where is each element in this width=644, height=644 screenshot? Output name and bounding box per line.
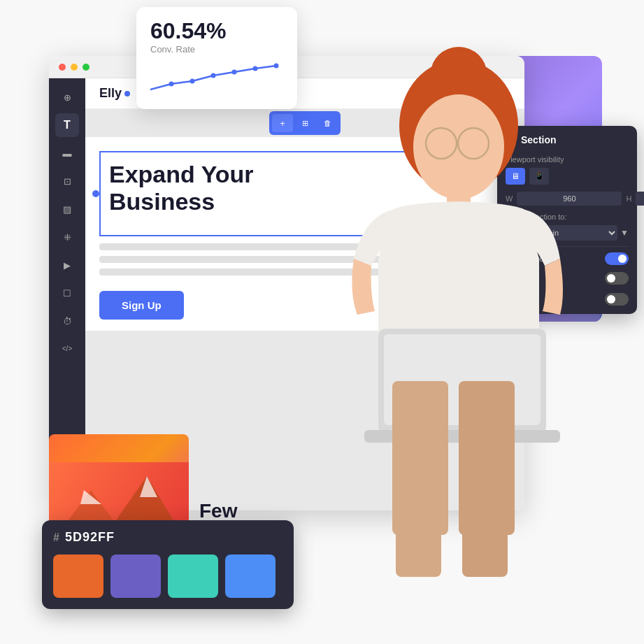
svg-point-4 (253, 66, 258, 71)
toolbar-text[interactable]: T (55, 113, 79, 137)
svg-point-2 (211, 73, 216, 78)
code-icon: </> (62, 345, 72, 352)
toggle-2[interactable] (605, 272, 629, 285)
toolbar-layers[interactable]: ⁜ (55, 225, 79, 249)
height-label: H (626, 194, 631, 203)
few-line: Few (199, 499, 237, 523)
svg-point-1 (190, 79, 195, 84)
layers-icon: ⁜ (64, 233, 71, 242)
brand-name: Elly (99, 86, 122, 101)
toolbar-layout[interactable]: ▬ (55, 141, 79, 165)
color-palette-card: # 5D92FF (42, 520, 294, 609)
tool-add[interactable]: + (272, 114, 293, 132)
signup-button[interactable]: Sign Up (99, 291, 184, 320)
background-toggle[interactable] (605, 252, 629, 265)
toolbar-crop[interactable]: ⊡ (55, 169, 79, 193)
frame-icon: ☐ (63, 289, 71, 298)
color-swatches (53, 554, 282, 598)
svg-rect-28 (392, 381, 448, 535)
svg-point-0 (169, 82, 174, 87)
swatch-blue[interactable] (225, 554, 276, 598)
height-input[interactable] (636, 192, 644, 206)
svg-rect-30 (396, 521, 441, 577)
timer-icon: ⏱ (63, 317, 72, 326)
toolbar-code[interactable]: </> (55, 337, 79, 361)
analytics-card: 60.54% Conv. Rate (136, 7, 297, 109)
woman-silhouette-svg (322, 35, 588, 608)
analytics-chart (150, 62, 283, 96)
hex-row: # 5D92FF (53, 530, 282, 545)
toolbar-image[interactable]: ▨ (55, 197, 79, 221)
brand-dot (124, 91, 130, 96)
selection-handle[interactable] (92, 190, 99, 197)
woman-figure (322, 35, 588, 608)
conv-rate-label: Conv. Rate (150, 44, 283, 55)
svg-rect-29 (459, 381, 515, 535)
tool-layout[interactable]: ⊞ (294, 114, 315, 132)
svg-point-19 (431, 47, 487, 100)
swatch-teal[interactable] (168, 554, 218, 598)
hash-symbol: # (53, 531, 59, 544)
pin-chevron-icon: ▼ (620, 228, 629, 238)
swatch-orange[interactable] (53, 554, 103, 598)
conv-rate-value: 60.54% (150, 20, 283, 42)
toolbar-frame[interactable]: ☐ (55, 281, 79, 305)
toolbar-timer[interactable]: ⏱ (55, 309, 79, 333)
svg-point-5 (274, 64, 279, 69)
video-icon: ▶ (64, 261, 71, 270)
image-icon: ▨ (63, 205, 71, 214)
toolbar-video[interactable]: ▶ (55, 253, 79, 277)
text-icon: T (64, 120, 71, 131)
browser-dot-green (83, 64, 90, 71)
scene: 60.54% Conv. Rate (0, 0, 644, 644)
hex-value: 5D92FF (65, 530, 115, 545)
browser-dot-red (59, 64, 66, 71)
move-icon: ⊕ (64, 93, 71, 102)
svg-point-3 (232, 70, 237, 75)
swatch-purple[interactable] (110, 554, 161, 598)
toolbar-move[interactable]: ⊕ (55, 85, 79, 109)
svg-rect-31 (462, 521, 508, 577)
crop-icon: ⊡ (64, 177, 71, 186)
toggle-3[interactable] (605, 293, 629, 306)
browser-dot-yellow (71, 64, 78, 71)
layout-icon: ▬ (63, 149, 72, 158)
